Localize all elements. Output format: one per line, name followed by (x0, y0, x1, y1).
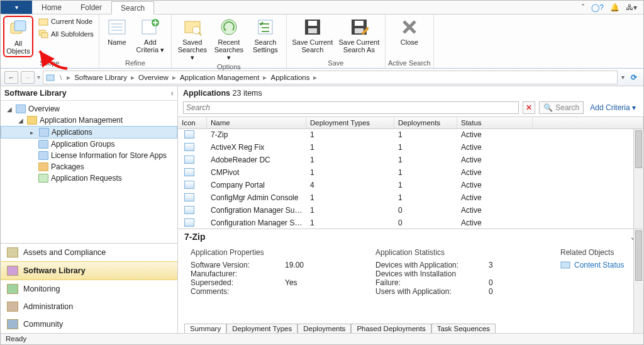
tab-home[interactable]: Home (32, 1, 71, 14)
breadcrumb-root-icon (46, 73, 56, 82)
col-icon[interactable]: Icon (178, 117, 207, 128)
refresh-button[interactable]: ⟳ (628, 72, 640, 83)
all-objects-button[interactable]: All Objects (3, 16, 33, 57)
wunder-monitoring[interactable]: Monitoring (1, 280, 177, 298)
crumb-2[interactable]: Application Management (180, 74, 260, 81)
saved-searches-button[interactable]: Saved Searches ▾ (174, 16, 211, 62)
name-icon (107, 17, 127, 37)
tree-packages[interactable]: Packages (1, 161, 177, 172)
content-title: Applications (183, 89, 230, 98)
breadcrumb-dropdown[interactable]: ▾ (620, 74, 626, 81)
wunder-community[interactable]: Community (1, 315, 177, 333)
wunder-software-library[interactable]: Software Library (1, 261, 177, 280)
close-search-button[interactable]: Close (391, 16, 428, 47)
svg-rect-4 (42, 33, 48, 38)
wunder-assets[interactable]: Assets and Compliance (1, 244, 177, 261)
add-criteria-link[interactable]: Add Criteria ▾ (587, 103, 638, 112)
recent-searches-button[interactable]: Recent Searches ▾ (211, 16, 247, 62)
detail-scrollbar[interactable] (633, 229, 643, 333)
cell-name: 7-Zip (207, 130, 306, 141)
system-menu[interactable] (1, 1, 32, 14)
magnifier-icon: 🔍 (543, 103, 553, 112)
table-row[interactable]: CMPivot11Active (178, 167, 643, 179)
saved-searches-icon (182, 17, 203, 37)
detail-tab-deployments[interactable]: Deployments (297, 324, 351, 333)
floppy-icon (303, 17, 323, 37)
cell-name: AdobeReader DC (207, 155, 306, 166)
tab-folder[interactable]: Folder (71, 1, 111, 14)
tree-app-mgmt[interactable]: ◢Application Management (1, 115, 177, 126)
col-deployment-types[interactable]: Deployment Types (306, 117, 394, 128)
crumb-1[interactable]: Overview (138, 74, 169, 81)
table-row[interactable]: Company Portal41Active (178, 179, 643, 192)
failure-value: 0 (489, 278, 493, 287)
table-row[interactable]: Configuration Manager Su…10Active (178, 217, 643, 229)
all-subfolders-button[interactable]: All Subfolders (36, 28, 96, 40)
applications-icon (39, 128, 49, 137)
add-criteria-button[interactable]: Add Criteria ▾ (132, 16, 169, 55)
cell-deployment-types: 1 (306, 155, 394, 166)
cell-deployment-types: 1 (306, 205, 394, 217)
table-row[interactable]: AdobeReader DC11Active (178, 154, 643, 167)
cell-status: Active (457, 130, 533, 141)
related-objects-label: Related Objects (560, 248, 624, 261)
svg-line-15 (199, 33, 201, 35)
license-icon (38, 151, 48, 160)
tree-app-requests[interactable]: Application Requests (1, 172, 177, 184)
tree-overview[interactable]: ◢Overview (1, 103, 177, 115)
app-icon (184, 130, 194, 139)
ribbon-group-refine-label: Refine (125, 59, 145, 68)
col-name[interactable]: Name (207, 117, 306, 128)
detail-tab-phased-deployments[interactable]: Phased Deployments (351, 324, 431, 333)
breadcrumb[interactable]: \▸ Software Library▸ Overview▸ Applicati… (43, 71, 618, 84)
table-row[interactable]: 7-Zip11Active (178, 129, 643, 142)
collapse-ribbon-icon[interactable]: ˄ (581, 3, 585, 12)
monitoring-icon (7, 284, 18, 294)
tab-search[interactable]: Search (111, 1, 154, 14)
close-icon (399, 17, 419, 37)
tree-applications[interactable]: ▸Applications (1, 126, 177, 139)
app-icon (184, 181, 194, 189)
search-button[interactable]: 🔍Search (539, 101, 584, 114)
app-icon (184, 193, 194, 201)
cell-status: Active (457, 205, 533, 217)
name-button[interactable]: Name (102, 16, 132, 47)
nav-back-button[interactable]: ← (4, 71, 18, 84)
detail-tab-task-sequences[interactable]: Task Sequences (431, 324, 496, 333)
tree-license-info[interactable]: License Information for Store Apps (1, 150, 177, 161)
crumb-3[interactable]: Applications (270, 74, 309, 81)
content-status-link[interactable]: Content Status (574, 261, 624, 269)
crumb-0[interactable]: Software Library (74, 74, 127, 81)
connect-icon[interactable]: 🖧▾ (626, 3, 637, 12)
add-criteria-icon (140, 17, 160, 37)
svg-rect-26 (355, 21, 364, 26)
table-row[interactable]: Configration Manager Sup…10Active (178, 205, 643, 217)
cell-deployments: 0 (394, 205, 457, 217)
detail-tab-deployment-types[interactable]: Deployment Types (226, 324, 297, 333)
content-count: 23 items (233, 89, 262, 98)
col-status[interactable]: Status (457, 117, 533, 128)
nav-collapse-icon[interactable]: ‹ (171, 89, 174, 98)
help-icon[interactable]: ◯? (591, 3, 604, 12)
wunder-administration[interactable]: Administration (1, 298, 177, 315)
table-row[interactable]: ConfigMgr Admin Console11Active (178, 192, 643, 205)
ribbon-group-scope-label: Scope (40, 59, 59, 68)
cell-deployments: 0 (394, 218, 457, 229)
current-node-button[interactable]: Current Node (36, 16, 96, 27)
col-deployments[interactable]: Deployments (394, 117, 457, 128)
detail-tab-summary[interactable]: Summary (184, 324, 226, 333)
table-row[interactable]: ActiveX Reg Fix11Active (178, 142, 643, 154)
tree-app-groups[interactable]: Application Groups (1, 139, 177, 150)
notification-icon[interactable]: 🔔 (610, 3, 619, 12)
search-settings-button[interactable]: Search Settings (247, 16, 284, 55)
clear-search-button[interactable]: ✕ (523, 101, 535, 114)
save-current-search-button[interactable]: Save Current Search (289, 16, 336, 55)
svg-rect-2 (39, 19, 48, 25)
search-input[interactable] (183, 101, 519, 114)
cell-status: Active (457, 193, 533, 204)
table-scrollbar[interactable] (633, 129, 643, 229)
cell-status: Active (457, 180, 533, 191)
nav-forward-button[interactable]: → (21, 71, 35, 84)
swlib-icon (7, 266, 18, 276)
save-current-search-as-button[interactable]: Save Current Search As (336, 16, 382, 55)
